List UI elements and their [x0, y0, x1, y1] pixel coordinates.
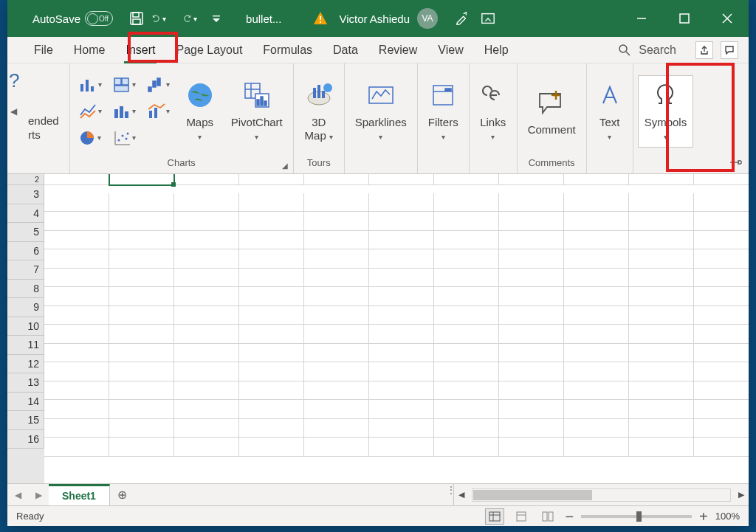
cell[interactable] [499, 325, 564, 344]
cell[interactable] [174, 381, 239, 401]
tab-help[interactable]: Help [474, 37, 519, 63]
new-sheet-button[interactable]: ⊕ [110, 484, 135, 505]
cell[interactable] [109, 344, 174, 363]
cell[interactable] [694, 400, 749, 419]
tab-page-layout[interactable]: Page Layout [165, 37, 252, 63]
hierarchy-chart-icon[interactable]: ▾ [109, 72, 141, 97]
ribbon-display-icon[interactable] [481, 11, 495, 26]
cell[interactable] [44, 381, 109, 401]
cell[interactable] [564, 400, 629, 419]
sheet-nav-prev-icon[interactable]: ◀ [7, 484, 28, 505]
3d-map-button[interactable]: 3DMap ▾ [298, 76, 340, 147]
row-head[interactable]: 7 [7, 260, 44, 280]
document-filename[interactable]: bullet... [246, 13, 281, 25]
cell[interactable] [564, 325, 629, 344]
save-icon[interactable] [129, 11, 144, 26]
cell[interactable] [694, 438, 749, 457]
tab-formulas[interactable]: Formulas [252, 37, 323, 63]
zoom-level[interactable]: 100% [715, 511, 740, 522]
cell[interactable] [499, 174, 564, 185]
cell[interactable] [174, 249, 239, 269]
cell[interactable] [434, 419, 499, 438]
combo-chart-icon[interactable]: ▾ [142, 99, 175, 124]
row-head[interactable]: 6 [7, 242, 44, 261]
cell[interactable] [434, 362, 499, 381]
cell[interactable] [239, 325, 304, 344]
cell[interactable] [174, 419, 239, 438]
cell[interactable] [44, 438, 109, 457]
cell[interactable] [694, 325, 749, 344]
autosave-toggle[interactable]: AutoSave Off [32, 11, 113, 26]
cell[interactable] [109, 193, 174, 213]
cell[interactable] [109, 381, 174, 401]
row-head[interactable]: 8 [7, 280, 44, 299]
cell[interactable] [304, 269, 369, 288]
cell[interactable] [369, 193, 434, 213]
cell[interactable] [434, 381, 499, 401]
cell[interactable] [369, 438, 434, 457]
scatter-chart-icon[interactable]: ▾ [109, 125, 141, 151]
row-head[interactable]: 2 [7, 174, 44, 185]
links-button[interactable]: Links▾ [474, 76, 512, 147]
cell[interactable] [629, 249, 694, 269]
user-account[interactable]: Victor Ashiedu VA [339, 8, 438, 29]
row-head[interactable]: 10 [7, 317, 44, 336]
cell[interactable] [369, 325, 434, 344]
cell[interactable] [629, 193, 694, 213]
undo-icon[interactable]: ▾ [151, 11, 166, 26]
cell[interactable] [434, 325, 499, 344]
row-head[interactable]: 11 [7, 336, 44, 355]
cell[interactable] [44, 400, 109, 419]
cell[interactable] [564, 269, 629, 288]
cell[interactable] [369, 306, 434, 325]
cell[interactable] [304, 400, 369, 419]
cell[interactable] [694, 174, 749, 185]
cell[interactable] [109, 174, 174, 185]
cell[interactable] [629, 438, 694, 457]
cell[interactable] [44, 269, 109, 288]
statistic-chart-icon[interactable]: ▾ [109, 99, 141, 124]
cell[interactable] [44, 212, 109, 231]
cell[interactable] [109, 438, 174, 457]
cell[interactable] [434, 438, 499, 457]
row-head[interactable]: 3 [7, 185, 44, 204]
cell[interactable] [694, 287, 749, 306]
cell[interactable] [109, 287, 174, 306]
sparklines-button[interactable]: Sparklines▾ [349, 76, 413, 147]
warning-icon[interactable] [312, 10, 329, 27]
cell[interactable] [499, 381, 564, 401]
cell[interactable] [304, 174, 369, 185]
cell[interactable] [369, 400, 434, 419]
symbols-button[interactable]: Symbols▾ [638, 75, 694, 148]
cell[interactable] [629, 400, 694, 419]
pivotchart-button[interactable]: PivotChart▾ [225, 76, 289, 147]
cell[interactable] [694, 212, 749, 231]
cell[interactable] [369, 231, 434, 250]
zoom-slider[interactable] [581, 515, 692, 518]
cell[interactable] [109, 400, 174, 419]
cell[interactable] [174, 362, 239, 381]
row-head[interactable]: 5 [7, 223, 44, 242]
cell[interactable] [369, 381, 434, 401]
cell[interactable] [44, 362, 109, 381]
cell[interactable] [109, 231, 174, 250]
cell[interactable] [629, 287, 694, 306]
cell[interactable] [239, 438, 304, 457]
cell[interactable] [629, 269, 694, 288]
cell[interactable] [109, 419, 174, 438]
cell[interactable] [369, 174, 434, 185]
cell[interactable] [174, 174, 239, 185]
cell[interactable] [239, 212, 304, 231]
cell[interactable] [44, 231, 109, 250]
cell[interactable] [44, 287, 109, 306]
pie-chart-icon[interactable]: ▾ [75, 125, 107, 151]
cell[interactable] [304, 438, 369, 457]
cell[interactable] [304, 325, 369, 344]
drawing-mode-icon[interactable] [454, 11, 469, 26]
comment-button[interactable]: Comment [522, 83, 582, 139]
autosave-switch-off[interactable]: Off [85, 11, 113, 26]
cell[interactable] [369, 287, 434, 306]
cell[interactable] [304, 362, 369, 381]
cell[interactable] [499, 249, 564, 269]
tab-home[interactable]: Home [63, 37, 116, 63]
